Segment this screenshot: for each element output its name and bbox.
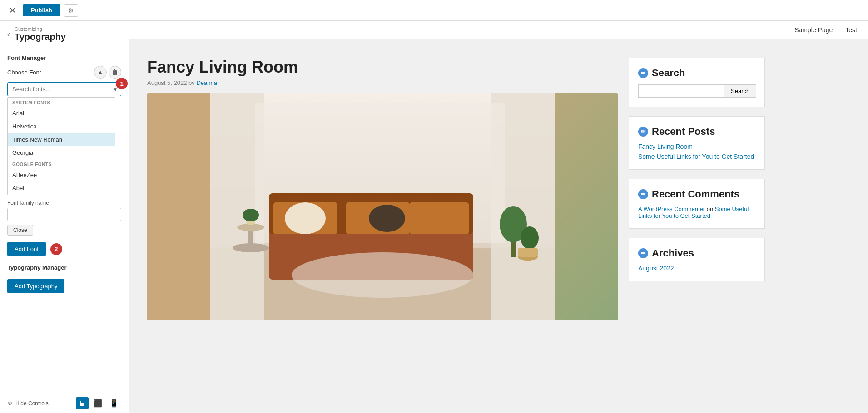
choose-font-row: Choose Font ▲ 🗑 xyxy=(7,66,121,79)
font-dropdown: SYSTEM FONTS Arial Helvetica Times New R… xyxy=(7,97,115,195)
comment-on: on xyxy=(707,206,715,212)
preview-nav: Sample Page Test xyxy=(129,21,868,39)
font-option-helvetica[interactable]: Helvetica xyxy=(8,120,115,133)
svg-rect-23 xyxy=(518,248,538,257)
recent-posts-widget: ✏ Recent Posts Fancy Living Room Some Us… xyxy=(629,116,765,170)
preview-area: Sample Page Test Fancy Living Room Augus… xyxy=(129,21,868,413)
typography-label: Typography xyxy=(15,32,66,42)
sidebar-header: ‹ Customizing Typography xyxy=(0,21,129,48)
article-date: August 5, 2022 by xyxy=(147,79,196,86)
article-title: Fancy Living Room xyxy=(147,58,618,77)
recent-comments-widget: ✏ Recent Comments A WordPress Commenter … xyxy=(629,179,765,229)
tablet-view-button[interactable]: ⬛ xyxy=(90,397,105,409)
search-widget-input[interactable] xyxy=(638,84,724,98)
view-buttons: 🖥 ⬛ 📱 xyxy=(76,397,121,409)
font-option-abel[interactable]: Abel xyxy=(8,182,115,195)
hide-controls-label: Hide Controls xyxy=(15,400,49,407)
hide-controls-button[interactable]: 👁 Hide Controls xyxy=(7,400,49,407)
font-family-input[interactable] xyxy=(7,208,121,221)
svg-point-24 xyxy=(292,252,473,298)
add-font-button[interactable]: Add Font xyxy=(7,242,46,256)
font-option-georgia[interactable]: Georgia xyxy=(8,146,115,159)
font-manager-title: Font Manager xyxy=(7,54,121,61)
archives-title: ✏ Archives xyxy=(638,247,755,259)
nav-link-sample-page[interactable]: Sample Page xyxy=(794,26,833,34)
recent-comments-icon: ✏ xyxy=(638,189,648,199)
search-fonts-container: ▼ 1 xyxy=(7,82,121,96)
article-image xyxy=(147,93,618,320)
recent-post-link-2[interactable]: Some Useful Links for You to Get Started xyxy=(638,153,755,160)
customizing-label: Customizing xyxy=(15,26,66,32)
recent-posts-icon: ✏ xyxy=(638,127,648,137)
main-layout: ‹ Customizing Typography Font Manager Ch… xyxy=(0,21,868,413)
sidebar-title-block: Customizing Typography xyxy=(15,26,66,42)
recent-posts-title-text: Recent Posts xyxy=(652,126,715,138)
back-button[interactable]: ‹ xyxy=(7,30,10,39)
recent-comments-title: ✏ Recent Comments xyxy=(638,188,755,200)
svg-point-10 xyxy=(285,202,326,234)
search-widget-button[interactable]: Search xyxy=(724,84,756,98)
delete-button[interactable]: 🗑 xyxy=(109,66,121,79)
search-widget-icon: ✏ xyxy=(638,68,648,78)
choose-font-label: Choose Font xyxy=(7,69,41,76)
add-font-row: Add Font 2 xyxy=(7,242,121,256)
svg-point-11 xyxy=(369,205,405,232)
search-widget-title: ✏ Search xyxy=(638,67,755,79)
main-article: Fancy Living Room August 5, 2022 by Dean… xyxy=(147,58,618,320)
mobile-view-button[interactable]: 📱 xyxy=(107,397,121,409)
search-widget: ✏ Search Search xyxy=(629,58,765,107)
recent-post-link-1[interactable]: Fancy Living Room xyxy=(638,143,755,150)
commenter-link[interactable]: A WordPress Commenter xyxy=(638,206,705,212)
widget-sidebar: ✏ Search Search ✏ Recent Posts Fancy Liv… xyxy=(629,58,765,320)
close-small-button[interactable]: Close xyxy=(7,225,33,236)
step-badge-2: 2 xyxy=(50,243,62,255)
svg-point-16 xyxy=(243,209,259,221)
recent-comment-item: A WordPress Commenter on Some Useful Lin… xyxy=(638,206,755,219)
typography-manager-title: Typography Manager xyxy=(7,264,121,271)
eye-icon: 👁 xyxy=(7,400,13,407)
preview-content: Fancy Living Room August 5, 2022 by Dean… xyxy=(129,39,783,339)
desktop-view-button[interactable]: 🖥 xyxy=(76,397,89,409)
system-fonts-label: SYSTEM FONTS xyxy=(8,98,115,107)
font-family-label: Font family name xyxy=(7,200,121,206)
sidebar-bottom: 👁 Hide Controls 🖥 ⬛ 📱 xyxy=(0,393,129,413)
gear-button[interactable]: ⚙ xyxy=(64,4,78,17)
nav-link-test[interactable]: Test xyxy=(845,26,857,34)
search-fonts-input[interactable] xyxy=(7,82,121,96)
publish-button[interactable]: Publish xyxy=(23,4,60,16)
google-fonts-label: GOOGLE FONTS xyxy=(8,159,115,168)
archives-title-text: Archives xyxy=(652,247,694,259)
archive-link-aug2022[interactable]: August 2022 xyxy=(638,265,755,272)
svg-rect-9 xyxy=(410,202,469,234)
sidebar: ‹ Customizing Typography Font Manager Ch… xyxy=(0,21,129,413)
archives-icon: ✏ xyxy=(638,248,648,258)
font-option-abeezee[interactable]: ABeeZee xyxy=(8,168,115,182)
svg-point-21 xyxy=(521,226,539,249)
up-arrow-button[interactable]: ▲ xyxy=(94,66,107,79)
top-bar: ✕ Publish ⚙ xyxy=(0,0,868,21)
sidebar-content: Font Manager Choose Font ▲ 🗑 ▼ 1 SYSTEM … xyxy=(0,48,129,393)
search-widget-title-text: Search xyxy=(652,67,685,79)
article-author-link[interactable]: Deanna xyxy=(196,79,217,86)
archives-widget: ✏ Archives August 2022 xyxy=(629,238,765,281)
article-meta: August 5, 2022 by Deanna xyxy=(147,79,618,86)
search-widget-row: Search xyxy=(638,84,755,98)
svg-point-17 xyxy=(246,221,255,225)
font-option-arial[interactable]: Arial xyxy=(8,107,115,120)
font-option-times[interactable]: Times New Roman xyxy=(8,133,115,146)
close-button[interactable]: ✕ xyxy=(5,4,19,17)
add-typography-button[interactable]: Add Typography xyxy=(7,279,64,293)
recent-comments-title-text: Recent Comments xyxy=(652,188,739,200)
step-badge-1: 1 xyxy=(116,78,128,89)
typography-manager-section: Typography Manager Add Typography xyxy=(7,264,121,293)
recent-posts-title: ✏ Recent Posts xyxy=(638,126,755,138)
icon-btns: ▲ 🗑 xyxy=(94,66,121,79)
